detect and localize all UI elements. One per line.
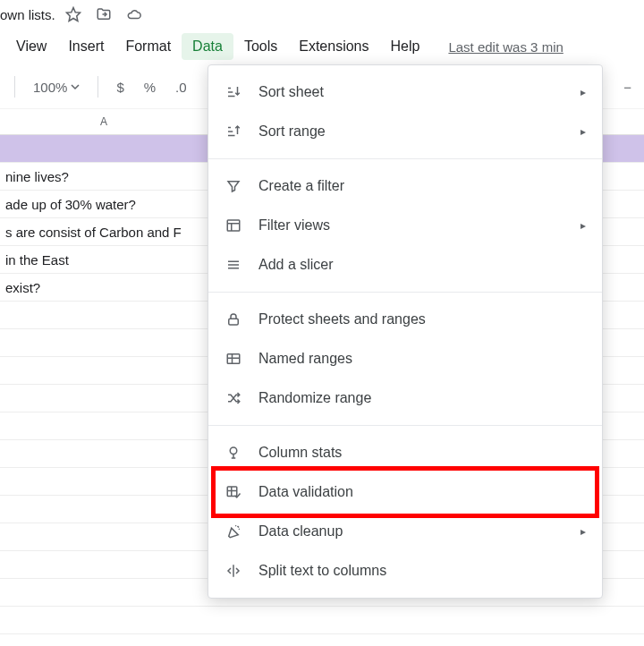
titlebar: own lists. <box>0 0 644 29</box>
move-to-folder-icon[interactable] <box>91 2 116 27</box>
menuitem-split-text[interactable]: Split text to columns <box>208 551 602 591</box>
last-edit-link[interactable]: Last edit was 3 min <box>448 39 563 55</box>
document-title-fragment: own lists. <box>0 7 55 22</box>
data-cleanup-icon <box>225 523 242 540</box>
slicer-icon <box>225 256 242 274</box>
data-menu-dropdown: Sort sheet ▸ Sort range ▸ Create a filte… <box>208 64 603 599</box>
menuitem-add-slicer[interactable]: Add a slicer <box>208 245 602 285</box>
table-row[interactable] <box>0 634 644 646</box>
menuitem-protect-sheets[interactable]: Protect sheets and ranges <box>208 300 602 339</box>
toolbar-separator <box>97 76 98 98</box>
menuitem-randomize-range[interactable]: Randomize range <box>208 378 602 418</box>
menuitem-named-ranges[interactable]: Named ranges <box>208 339 602 378</box>
randomize-icon <box>225 389 242 407</box>
menu-separator <box>208 292 602 293</box>
menuitem-sort-sheet[interactable]: Sort sheet ▸ <box>208 72 602 112</box>
zoom-value: 100% <box>33 80 67 95</box>
menu-data[interactable]: Data <box>182 33 233 60</box>
menu-format[interactable]: Format <box>114 33 182 60</box>
chevron-right-icon: ▸ <box>580 219 586 232</box>
named-ranges-icon <box>225 350 242 368</box>
menuitem-data-cleanup[interactable]: Data cleanup ▸ <box>208 512 602 551</box>
chevron-down-icon <box>71 82 80 91</box>
cloud-status-icon[interactable] <box>122 2 147 27</box>
menu-separator <box>208 425 602 426</box>
format-currency-button[interactable]: $ <box>109 76 131 98</box>
svg-rect-1 <box>227 220 240 231</box>
toolbar-separator <box>14 76 15 98</box>
data-validation-icon <box>225 483 242 501</box>
decrease-decimal-button[interactable]: .0 <box>168 76 194 98</box>
menuitem-sort-range[interactable]: Sort range ▸ <box>208 112 602 151</box>
svg-point-4 <box>230 447 237 455</box>
menuitem-filter-views[interactable]: Filter views ▸ <box>208 206 602 245</box>
table-row[interactable] <box>0 607 644 634</box>
sort-sheet-icon <box>225 83 242 101</box>
chevron-right-icon: ▸ <box>580 125 586 138</box>
svg-rect-2 <box>229 319 239 325</box>
column-header-A[interactable]: A <box>0 109 208 134</box>
menubar: View Insert Format Data Tools Extensions… <box>0 29 644 65</box>
chevron-right-icon: ▸ <box>580 525 586 538</box>
sort-range-icon <box>225 123 242 140</box>
menuitem-column-stats[interactable]: Column stats <box>208 433 602 472</box>
toolbar-overflow[interactable]: − <box>616 76 639 98</box>
menu-help[interactable]: Help <box>380 33 431 60</box>
menu-insert[interactable]: Insert <box>57 33 114 60</box>
menu-separator <box>208 158 602 159</box>
svg-marker-0 <box>66 8 80 21</box>
menu-view[interactable]: View <box>5 33 57 60</box>
menu-extensions[interactable]: Extensions <box>288 33 379 60</box>
format-percent-button[interactable]: % <box>137 76 163 98</box>
chevron-right-icon: ▸ <box>580 86 586 98</box>
filter-icon <box>225 177 242 195</box>
star-icon[interactable] <box>61 2 86 27</box>
menu-tools[interactable]: Tools <box>233 33 288 60</box>
menuitem-create-filter[interactable]: Create a filter <box>208 166 602 206</box>
split-columns-icon <box>225 562 242 580</box>
lock-icon <box>225 310 242 328</box>
filter-views-icon <box>225 217 242 234</box>
menuitem-data-validation[interactable]: Data validation <box>208 472 602 512</box>
column-stats-icon <box>225 444 242 462</box>
zoom-select[interactable]: 100% <box>26 76 87 98</box>
